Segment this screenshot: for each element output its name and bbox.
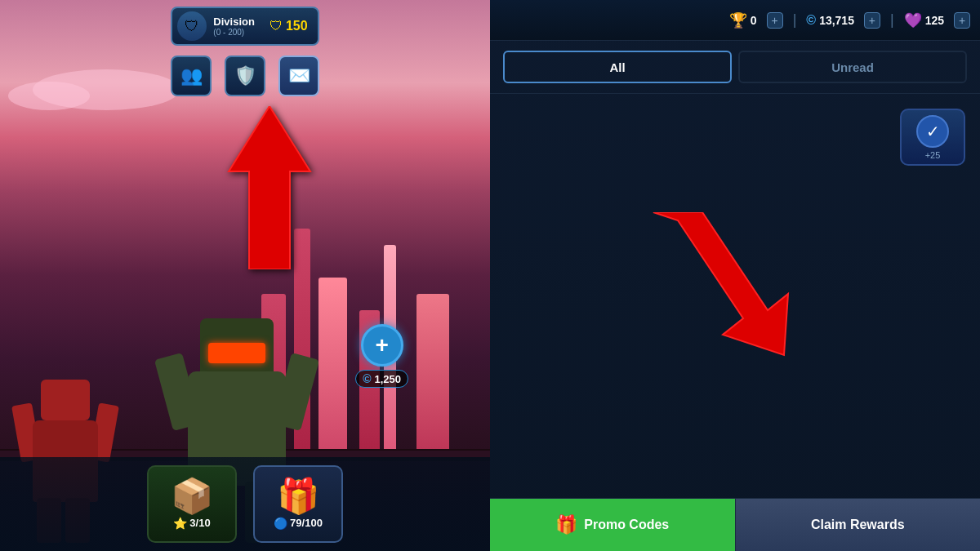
plus-circle-icon[interactable]: + (361, 324, 403, 367)
chest-item-2[interactable]: 🎁 🔵 79/100 (253, 465, 343, 543)
currency-bar: 🏆 0 + | © 13,715 + | 💜 125 + (490, 0, 980, 41)
division-info: Division (0 - 200) (213, 16, 255, 37)
chest-item-1[interactable]: 📦 ⭐ 3/10 (147, 465, 237, 543)
gold-icon: 🏆 (729, 11, 747, 29)
tab-unread[interactable]: Unread (738, 51, 967, 83)
score-value: 150 (286, 19, 308, 33)
claim-rewards-button[interactable]: Claim Rewards (735, 499, 981, 551)
division-score: 🛡 150 (270, 19, 308, 33)
gems-currency: 💜 125 (904, 11, 944, 29)
claim-label: Claim Rewards (811, 518, 905, 532)
coins-currency: © 13,715 (806, 13, 854, 28)
bg-building-6 (416, 294, 449, 457)
chest-count-text-2: 79/100 (290, 517, 323, 529)
bg-building-3 (318, 278, 347, 457)
arrow-down-indicator (637, 212, 800, 362)
promo-gift-icon: 🎁 (555, 514, 577, 535)
tabs-row: All Unread (490, 41, 980, 94)
reward-bubble: + © 1,250 (355, 324, 408, 388)
coins-icon: © (806, 13, 816, 28)
division-name: Division (213, 16, 255, 28)
tab-all[interactable]: All (503, 51, 732, 83)
sep-1: | (793, 11, 797, 29)
right-panel: 🏆 0 + | © 13,715 + | 💜 125 + All Unread … (490, 0, 980, 551)
promo-codes-button[interactable]: 🎁 Promo Codes (490, 499, 735, 551)
chest-star-icon: ⭐ (173, 517, 187, 530)
chest-count-2: 🔵 79/100 (274, 517, 323, 530)
chest-blue-icon: 🔵 (274, 517, 287, 530)
reward-amount-label: +25 (925, 150, 941, 160)
robot-left-head (41, 380, 90, 420)
arrow-up-indicator (220, 106, 318, 273)
bottom-hud: 📦 ⭐ 3/10 🎁 🔵 79/100 (0, 457, 490, 551)
team-nav-button[interactable]: 👥 (171, 56, 212, 96)
coins-value: 13,715 (819, 14, 854, 27)
score-shield-icon: 🛡 (270, 19, 283, 33)
tab-all-label: All (609, 60, 625, 74)
gold-currency: 🏆 0 (729, 11, 757, 29)
currency-c-icon: © (363, 372, 371, 385)
svg-marker-0 (229, 106, 310, 269)
division-icon: 🛡 (177, 11, 207, 41)
chest-count-1: ⭐ 3/10 (173, 517, 210, 530)
gold-value: 0 (751, 14, 757, 27)
nav-icons-row: 👥 🛡️ ✉️ (171, 56, 319, 96)
promo-label: Promo Codes (584, 518, 669, 532)
division-range: (0 - 200) (213, 28, 255, 37)
reward-check-icon: ✓ (916, 115, 949, 148)
sep-2: | (890, 11, 894, 29)
chest-icon-1: 📦 (171, 479, 213, 513)
robot-center-eye (208, 343, 265, 363)
shield-nav-button[interactable]: 🛡️ (225, 56, 265, 96)
currency-label: © 1,250 (355, 370, 408, 388)
message-reward-box[interactable]: ✓ +25 (900, 109, 965, 166)
gems-icon: 💜 (904, 11, 922, 29)
gems-value: 125 (925, 14, 944, 27)
left-panel: 🛡 Division (0 - 200) 🛡 150 👥 🛡️ ✉️ + © (0, 0, 490, 551)
chest-icon-2: 🎁 (277, 479, 319, 513)
svg-marker-1 (653, 212, 788, 355)
gems-plus-button[interactable]: + (954, 12, 970, 29)
reward-amount: 1,250 (374, 373, 401, 385)
mail-nav-button[interactable]: ✉️ (278, 56, 319, 96)
bottom-action-bar: 🎁 Promo Codes Claim Rewards (490, 498, 980, 551)
chest-count-text-1: 3/10 (189, 517, 210, 529)
tab-unread-label: Unread (831, 60, 874, 74)
top-hud: 🛡 Division (0 - 200) 🛡 150 👥 🛡️ ✉️ (0, 0, 490, 118)
gold-plus-button[interactable]: + (767, 12, 783, 29)
coins-plus-button[interactable]: + (864, 12, 880, 29)
message-item-1: ✓ +25 (500, 104, 970, 171)
division-badge: 🛡 Division (0 - 200) 🛡 150 (171, 7, 318, 46)
